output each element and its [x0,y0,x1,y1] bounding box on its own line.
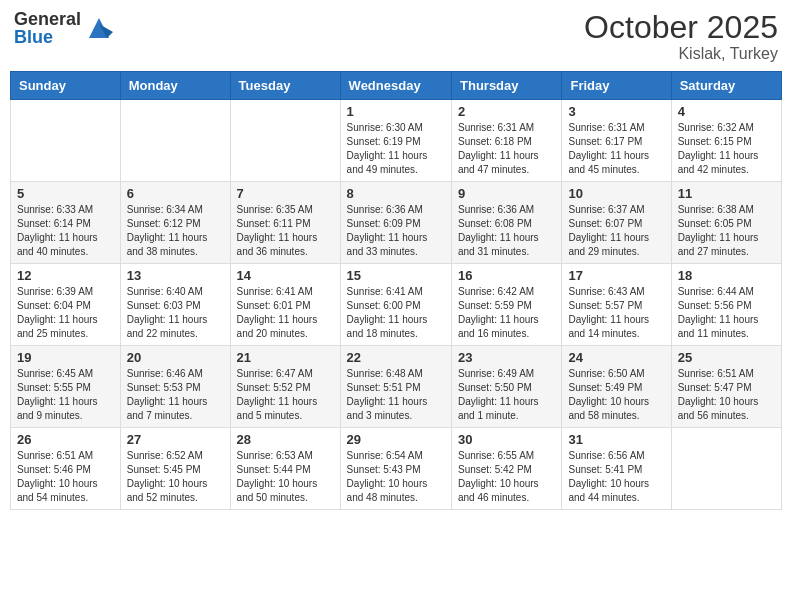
day-number: 25 [678,350,775,365]
day-number: 8 [347,186,445,201]
day-number: 28 [237,432,334,447]
day-info: Sunrise: 6:47 AM Sunset: 5:52 PM Dayligh… [237,367,334,423]
calendar-week-row: 5Sunrise: 6:33 AM Sunset: 6:14 PM Daylig… [11,182,782,264]
day-info: Sunrise: 6:50 AM Sunset: 5:49 PM Dayligh… [568,367,664,423]
calendar-cell: 1Sunrise: 6:30 AM Sunset: 6:19 PM Daylig… [340,100,451,182]
calendar-cell: 28Sunrise: 6:53 AM Sunset: 5:44 PM Dayli… [230,428,340,510]
day-number: 24 [568,350,664,365]
logo: General Blue [14,10,113,46]
calendar-cell: 27Sunrise: 6:52 AM Sunset: 5:45 PM Dayli… [120,428,230,510]
day-info: Sunrise: 6:56 AM Sunset: 5:41 PM Dayligh… [568,449,664,505]
day-info: Sunrise: 6:43 AM Sunset: 5:57 PM Dayligh… [568,285,664,341]
day-number: 11 [678,186,775,201]
day-info: Sunrise: 6:44 AM Sunset: 5:56 PM Dayligh… [678,285,775,341]
calendar-cell: 25Sunrise: 6:51 AM Sunset: 5:47 PM Dayli… [671,346,781,428]
calendar-cell: 14Sunrise: 6:41 AM Sunset: 6:01 PM Dayli… [230,264,340,346]
day-number: 14 [237,268,334,283]
day-number: 12 [17,268,114,283]
weekday-header-monday: Monday [120,72,230,100]
day-info: Sunrise: 6:36 AM Sunset: 6:08 PM Dayligh… [458,203,555,259]
day-number: 30 [458,432,555,447]
calendar-cell: 13Sunrise: 6:40 AM Sunset: 6:03 PM Dayli… [120,264,230,346]
day-info: Sunrise: 6:48 AM Sunset: 5:51 PM Dayligh… [347,367,445,423]
day-info: Sunrise: 6:41 AM Sunset: 6:01 PM Dayligh… [237,285,334,341]
weekday-header-thursday: Thursday [452,72,562,100]
calendar-cell: 22Sunrise: 6:48 AM Sunset: 5:51 PM Dayli… [340,346,451,428]
calendar-cell: 4Sunrise: 6:32 AM Sunset: 6:15 PM Daylig… [671,100,781,182]
calendar-cell: 17Sunrise: 6:43 AM Sunset: 5:57 PM Dayli… [562,264,671,346]
day-number: 20 [127,350,224,365]
day-info: Sunrise: 6:31 AM Sunset: 6:18 PM Dayligh… [458,121,555,177]
day-info: Sunrise: 6:49 AM Sunset: 5:50 PM Dayligh… [458,367,555,423]
calendar-table: SundayMondayTuesdayWednesdayThursdayFrid… [10,71,782,510]
day-number: 9 [458,186,555,201]
day-number: 22 [347,350,445,365]
day-info: Sunrise: 6:38 AM Sunset: 6:05 PM Dayligh… [678,203,775,259]
day-number: 5 [17,186,114,201]
day-number: 6 [127,186,224,201]
calendar-cell: 23Sunrise: 6:49 AM Sunset: 5:50 PM Dayli… [452,346,562,428]
day-number: 18 [678,268,775,283]
day-info: Sunrise: 6:31 AM Sunset: 6:17 PM Dayligh… [568,121,664,177]
day-info: Sunrise: 6:41 AM Sunset: 6:00 PM Dayligh… [347,285,445,341]
calendar-cell: 21Sunrise: 6:47 AM Sunset: 5:52 PM Dayli… [230,346,340,428]
logo-general-text: General [14,10,81,28]
day-number: 26 [17,432,114,447]
weekday-header-saturday: Saturday [671,72,781,100]
title-block: October 2025 Kislak, Turkey [584,10,778,63]
day-info: Sunrise: 6:55 AM Sunset: 5:42 PM Dayligh… [458,449,555,505]
calendar-cell [11,100,121,182]
day-info: Sunrise: 6:51 AM Sunset: 5:46 PM Dayligh… [17,449,114,505]
day-number: 3 [568,104,664,119]
calendar-cell: 9Sunrise: 6:36 AM Sunset: 6:08 PM Daylig… [452,182,562,264]
day-number: 21 [237,350,334,365]
day-info: Sunrise: 6:37 AM Sunset: 6:07 PM Dayligh… [568,203,664,259]
calendar-cell: 16Sunrise: 6:42 AM Sunset: 5:59 PM Dayli… [452,264,562,346]
calendar-cell: 10Sunrise: 6:37 AM Sunset: 6:07 PM Dayli… [562,182,671,264]
day-info: Sunrise: 6:53 AM Sunset: 5:44 PM Dayligh… [237,449,334,505]
day-number: 10 [568,186,664,201]
day-info: Sunrise: 6:40 AM Sunset: 6:03 PM Dayligh… [127,285,224,341]
weekday-header-row: SundayMondayTuesdayWednesdayThursdayFrid… [11,72,782,100]
day-info: Sunrise: 6:52 AM Sunset: 5:45 PM Dayligh… [127,449,224,505]
day-number: 29 [347,432,445,447]
day-info: Sunrise: 6:42 AM Sunset: 5:59 PM Dayligh… [458,285,555,341]
day-info: Sunrise: 6:34 AM Sunset: 6:12 PM Dayligh… [127,203,224,259]
day-info: Sunrise: 6:32 AM Sunset: 6:15 PM Dayligh… [678,121,775,177]
day-info: Sunrise: 6:36 AM Sunset: 6:09 PM Dayligh… [347,203,445,259]
day-info: Sunrise: 6:54 AM Sunset: 5:43 PM Dayligh… [347,449,445,505]
calendar-cell: 31Sunrise: 6:56 AM Sunset: 5:41 PM Dayli… [562,428,671,510]
calendar-cell: 5Sunrise: 6:33 AM Sunset: 6:14 PM Daylig… [11,182,121,264]
calendar-cell: 15Sunrise: 6:41 AM Sunset: 6:00 PM Dayli… [340,264,451,346]
day-info: Sunrise: 6:33 AM Sunset: 6:14 PM Dayligh… [17,203,114,259]
day-info: Sunrise: 6:46 AM Sunset: 5:53 PM Dayligh… [127,367,224,423]
weekday-header-sunday: Sunday [11,72,121,100]
calendar-cell: 12Sunrise: 6:39 AM Sunset: 6:04 PM Dayli… [11,264,121,346]
calendar-cell [230,100,340,182]
weekday-header-friday: Friday [562,72,671,100]
day-number: 19 [17,350,114,365]
day-info: Sunrise: 6:30 AM Sunset: 6:19 PM Dayligh… [347,121,445,177]
calendar-cell: 24Sunrise: 6:50 AM Sunset: 5:49 PM Dayli… [562,346,671,428]
calendar-cell: 6Sunrise: 6:34 AM Sunset: 6:12 PM Daylig… [120,182,230,264]
calendar-cell: 19Sunrise: 6:45 AM Sunset: 5:55 PM Dayli… [11,346,121,428]
calendar-cell: 2Sunrise: 6:31 AM Sunset: 6:18 PM Daylig… [452,100,562,182]
calendar-cell [671,428,781,510]
calendar-cell: 11Sunrise: 6:38 AM Sunset: 6:05 PM Dayli… [671,182,781,264]
day-info: Sunrise: 6:45 AM Sunset: 5:55 PM Dayligh… [17,367,114,423]
calendar-week-row: 26Sunrise: 6:51 AM Sunset: 5:46 PM Dayli… [11,428,782,510]
day-number: 4 [678,104,775,119]
weekday-header-wednesday: Wednesday [340,72,451,100]
day-number: 1 [347,104,445,119]
weekday-header-tuesday: Tuesday [230,72,340,100]
day-number: 17 [568,268,664,283]
day-number: 23 [458,350,555,365]
calendar-cell: 30Sunrise: 6:55 AM Sunset: 5:42 PM Dayli… [452,428,562,510]
calendar-cell: 29Sunrise: 6:54 AM Sunset: 5:43 PM Dayli… [340,428,451,510]
day-number: 31 [568,432,664,447]
calendar-week-row: 12Sunrise: 6:39 AM Sunset: 6:04 PM Dayli… [11,264,782,346]
day-info: Sunrise: 6:51 AM Sunset: 5:47 PM Dayligh… [678,367,775,423]
day-number: 16 [458,268,555,283]
logo-icon [85,14,113,42]
month-year-title: October 2025 [584,10,778,45]
